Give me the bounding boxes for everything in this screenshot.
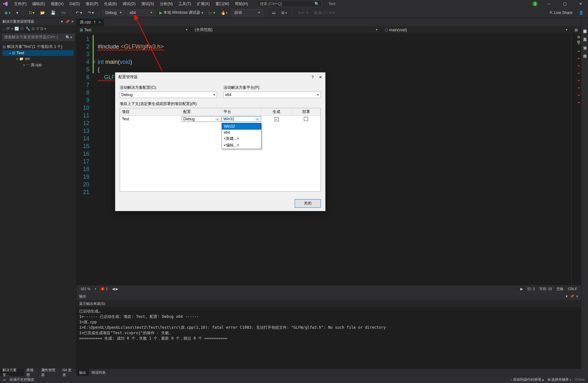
dropdown-icon[interactable]: ▼: [565, 295, 568, 298]
hot-reload-button[interactable]: 🔥▾: [219, 10, 230, 16]
error-count[interactable]: ✕1: [101, 287, 108, 291]
repo-button[interactable]: ⧉ 选择存储库 ▴: [548, 377, 571, 382]
start-nodebug-button[interactable]: ▷ ▾: [207, 10, 217, 16]
tab-source-cpp[interactable]: 源.cpp 📍 ✕: [77, 18, 104, 26]
dialog-close-button[interactable]: ✕: [319, 75, 322, 79]
menu-extensions[interactable]: 扩展(X): [194, 1, 212, 7]
home-icon[interactable]: ⌂: [3, 26, 5, 31]
menu-build[interactable]: 生成(B): [102, 1, 119, 7]
th-project[interactable]: 项目: [120, 108, 181, 116]
solution-config-dropdown[interactable]: Debug▼: [120, 92, 217, 98]
gear-icon[interactable]: ⚙: [577, 35, 580, 39]
dropdown-option-x64[interactable]: x64: [222, 130, 261, 135]
redo-button[interactable]: ↷ ▾: [86, 10, 96, 16]
explorer-search-input[interactable]: 搜索解决方案资源管理器(Ctrl+;) 🔍▾: [2, 34, 74, 41]
tb-icon-2[interactable]: ⧉ ▾: [280, 10, 289, 16]
bottom-tab-git[interactable]: Git 更改: [60, 369, 77, 376]
bottom-tab-output[interactable]: 输出: [77, 369, 89, 376]
panel-close-icon[interactable]: ✕: [71, 20, 74, 23]
collapsed-properties[interactable]: 属性: [581, 49, 588, 54]
nav-fwd-button[interactable]: ▾: [14, 10, 20, 16]
fold-icon[interactable]: ⊟: [93, 58, 95, 66]
sync-icon[interactable]: 🔄: [14, 26, 19, 31]
pin-icon[interactable]: 📌: [65, 20, 69, 23]
minimize-button[interactable]: ─: [544, 1, 554, 7]
admin-icon[interactable]: 👤: [577, 10, 585, 16]
maximize-button[interactable]: ▢: [560, 1, 569, 7]
split-vert-icon[interactable]: ▤: [577, 40, 580, 43]
start-debug-button[interactable]: ▶ 本地 Windows 调试器 ▾: [157, 9, 205, 16]
menu-analyze[interactable]: 分析(N): [157, 1, 176, 7]
bottom-tab-classview[interactable]: 类视图: [24, 369, 39, 376]
menu-view[interactable]: 视图(V): [48, 1, 66, 7]
collapsed-notifications[interactable]: 通知: [581, 41, 588, 46]
menu-tools[interactable]: 工具(T): [176, 1, 193, 7]
collapsed-server-explorer[interactable]: 服务器资源管理器: [581, 24, 588, 29]
global-search-input[interactable]: 搜索 (Ctrl+Q) 🔍: [258, 1, 321, 7]
bottom-tab-solution[interactable]: 解决方案资...: [0, 369, 24, 376]
tab-close-icon[interactable]: ✕: [98, 20, 101, 24]
zoom-level[interactable]: 161 %: [80, 287, 90, 291]
menu-edit[interactable]: 编辑(E): [30, 1, 48, 7]
cpu-dropdown[interactable]: 自动▼: [231, 9, 263, 16]
solution-node[interactable]: ⊞ 解决方案"Test"(1 个项目/共 1 个): [3, 43, 74, 50]
bottom-tab-property-mgr[interactable]: 属性管理器: [39, 369, 60, 376]
dialog-title-bar[interactable]: 配置管理器 ? ✕: [115, 72, 325, 82]
prop-icon[interactable]: 🔧: [26, 26, 30, 31]
menu-project[interactable]: 项目(P): [83, 1, 101, 7]
output-text[interactable]: 已启动生成… 1>------ 已启动生成: 项目: Test, 配置: Deb…: [77, 307, 581, 369]
deploy-checkbox[interactable]: [304, 117, 308, 121]
dropdown-icon[interactable]: ▼: [60, 20, 64, 23]
live-share-button[interactable]: ⇱ Live Share: [547, 10, 575, 16]
menu-window[interactable]: 窗口(W): [213, 1, 232, 7]
close-icon[interactable]: ✕: [576, 295, 578, 298]
project-node[interactable]: ▸ ⊞ Test: [3, 50, 74, 56]
menu-file[interactable]: 文件(F): [11, 1, 29, 7]
nav-func-dropdown[interactable]: ⬡ main(void)▼: [381, 26, 571, 34]
tb-ico[interactable]: 🗗: [6, 26, 10, 31]
notification-badge[interactable]: 3: [532, 1, 538, 6]
col-indicator[interactable]: 字符: 15: [539, 287, 552, 291]
build-checkbox[interactable]: ✓: [275, 117, 279, 121]
menu-help[interactable]: 帮助(H): [232, 1, 251, 7]
source-control-button[interactable]: ↑ 添加到源代码管理 ▴: [510, 377, 544, 382]
row-config-dropdown[interactable]: Debug⌄: [182, 116, 221, 122]
row-platform-dropdown[interactable]: Win32⌄: [222, 116, 261, 122]
th-deploy[interactable]: 部署: [292, 108, 320, 116]
indent-indicator[interactable]: 空格: [556, 287, 563, 291]
bottom-tab-errorlist[interactable]: 错误列表: [89, 369, 109, 376]
menu-git[interactable]: Git(G): [67, 1, 82, 7]
pin-icon[interactable]: 📌: [570, 295, 574, 298]
th-platform[interactable]: 平台: [222, 108, 262, 116]
file-node[interactable]: ▸ ⁺⁺ 源.cpp: [3, 62, 74, 68]
save-button[interactable]: 💾: [49, 10, 57, 16]
dialog-close-action-button[interactable]: 关闭: [295, 199, 321, 208]
split-icon[interactable]: ⊞: [571, 26, 581, 34]
menu-debug[interactable]: 调试(D): [120, 1, 138, 7]
dropdown-option-edit[interactable]: <编辑...>: [222, 142, 261, 149]
eol-indicator[interactable]: CRLF: [568, 287, 577, 291]
solution-platform-dropdown[interactable]: x64▼: [223, 92, 321, 98]
nav-back-button[interactable]: ◉ ▾: [3, 10, 12, 16]
collapsed-toolbox[interactable]: 工具箱: [581, 33, 588, 38]
open-button[interactable]: 📂: [38, 10, 47, 16]
tb-icon-1[interactable]: 🗂: [270, 10, 278, 16]
dropdown-option-new[interactable]: <新建...>: [222, 135, 261, 142]
pin-icon[interactable]: 📍: [93, 21, 96, 24]
close-button[interactable]: ✕: [576, 1, 585, 7]
menu-test[interactable]: 测试(S): [139, 1, 157, 7]
nav-scope-dropdown[interactable]: (全局范围)▼: [192, 26, 381, 34]
dropdown-option-win32[interactable]: Win32: [222, 123, 261, 130]
th-build[interactable]: 生成: [261, 108, 291, 116]
cell-project[interactable]: Test: [120, 116, 181, 123]
overview-ruler[interactable]: ⚙ ▤: [571, 34, 581, 285]
nav-project-dropdown[interactable]: ⊞ Test▼: [77, 26, 192, 34]
folder-node[interactable]: ▸ 📁 src: [3, 56, 74, 62]
config-dropdown[interactable]: Debug▼: [102, 10, 125, 16]
save-all-button[interactable]: 🗃: [59, 10, 67, 16]
line-indicator[interactable]: 行: 3: [527, 287, 535, 291]
undo-button[interactable]: ↶ ▾: [74, 10, 84, 16]
th-config[interactable]: 配置: [181, 108, 222, 116]
platform-dropdown[interactable]: x64▼: [127, 10, 155, 16]
new-item-button[interactable]: 🗋▾: [27, 10, 36, 16]
